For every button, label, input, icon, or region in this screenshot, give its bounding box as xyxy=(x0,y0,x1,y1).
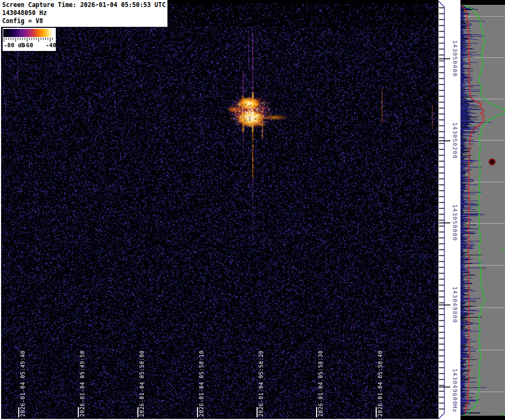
spectrogram-app: 1430504001430502001430500001430498001430… xyxy=(0,0,505,420)
colorbar-db-label: -60 xyxy=(23,42,33,49)
freq-tick-label: 143050400 xyxy=(451,40,458,77)
time-tick xyxy=(376,407,377,417)
colorbar-db-label: -40 xyxy=(46,42,56,49)
freq-unit-label: Hz xyxy=(451,404,458,412)
waterfall-canvas xyxy=(0,0,438,420)
window-border-left xyxy=(0,0,1,420)
time-tick xyxy=(197,407,198,417)
colorbar-gradient xyxy=(3,29,55,37)
time-axis-label: 2026-01-04 05:49:50 xyxy=(79,350,85,417)
time-axis-label: 2026-01-04 05:50:10 xyxy=(199,350,204,417)
time-axis-label: 2026-01-04 05:50:30 xyxy=(318,350,324,417)
colorbar-legend: -80 dB-60-40 xyxy=(3,28,56,51)
time-tick xyxy=(78,407,79,417)
time-tick xyxy=(18,407,19,417)
time-tick xyxy=(137,407,138,417)
freq-tick-label: 143049600 xyxy=(451,369,458,406)
freq-tick-label: 143050200 xyxy=(451,122,458,159)
time-tick xyxy=(257,407,258,417)
capture-time-text: Screen Capture Time: 2026-01-04 05:50:53… xyxy=(2,1,165,9)
center-frequency-text: 143048050 Hz xyxy=(2,9,165,17)
time-axis-label: 2026-01-04 05:49:40 xyxy=(20,350,26,417)
time-axis-label: 2026-01-04 05:50:40 xyxy=(377,350,383,417)
time-tick xyxy=(316,407,317,417)
time-axis-label: 2026-01-04 05:50:00 xyxy=(139,350,145,417)
info-box: Screen Capture Time: 2026-01-04 05:50:53… xyxy=(0,0,167,27)
time-axis-label: 2026-01-04 05:50:20 xyxy=(258,350,264,417)
freq-tick-label: 143050000 xyxy=(451,204,458,241)
freq-tick-label: 143049800 xyxy=(451,286,458,323)
spectrum-panel-canvas xyxy=(460,0,505,420)
config-text: Config = V8 xyxy=(2,17,165,25)
colorbar-db-label: -80 dB xyxy=(4,42,25,49)
